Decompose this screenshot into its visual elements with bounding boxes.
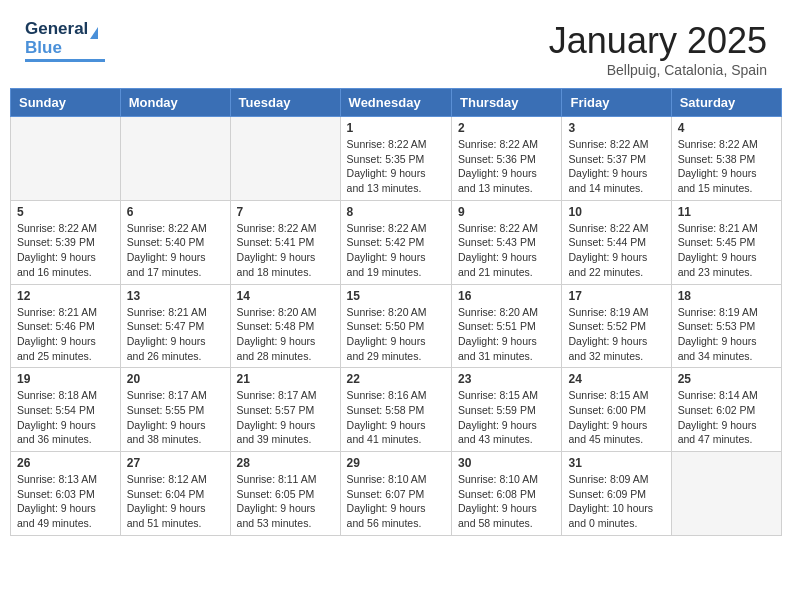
day-info-26: Sunrise: 8:13 AMSunset: 6:03 PMDaylight:… xyxy=(17,472,114,531)
day-cell-27: 27Sunrise: 8:12 AMSunset: 6:04 PMDayligh… xyxy=(120,452,230,536)
empty-cell xyxy=(671,452,781,536)
location-subtitle: Bellpuig, Catalonia, Spain xyxy=(549,62,767,78)
day-info-11: Sunrise: 8:21 AMSunset: 5:45 PMDaylight:… xyxy=(678,221,775,280)
day-info-4: Sunrise: 8:22 AMSunset: 5:38 PMDaylight:… xyxy=(678,137,775,196)
day-number-3: 3 xyxy=(568,121,664,135)
day-cell-24: 24Sunrise: 8:15 AMSunset: 6:00 PMDayligh… xyxy=(562,368,671,452)
day-info-29: Sunrise: 8:10 AMSunset: 6:07 PMDaylight:… xyxy=(347,472,445,531)
day-number-12: 12 xyxy=(17,289,114,303)
day-info-22: Sunrise: 8:16 AMSunset: 5:58 PMDaylight:… xyxy=(347,388,445,447)
day-number-5: 5 xyxy=(17,205,114,219)
day-cell-30: 30Sunrise: 8:10 AMSunset: 6:08 PMDayligh… xyxy=(452,452,562,536)
title-block: January 2025 Bellpuig, Catalonia, Spain xyxy=(549,20,767,78)
day-number-26: 26 xyxy=(17,456,114,470)
day-number-14: 14 xyxy=(237,289,334,303)
month-title: January 2025 xyxy=(549,20,767,62)
day-number-10: 10 xyxy=(568,205,664,219)
day-cell-19: 19Sunrise: 8:18 AMSunset: 5:54 PMDayligh… xyxy=(11,368,121,452)
day-number-11: 11 xyxy=(678,205,775,219)
day-info-10: Sunrise: 8:22 AMSunset: 5:44 PMDaylight:… xyxy=(568,221,664,280)
day-cell-10: 10Sunrise: 8:22 AMSunset: 5:44 PMDayligh… xyxy=(562,200,671,284)
empty-cell xyxy=(11,117,121,201)
day-cell-26: 26Sunrise: 8:13 AMSunset: 6:03 PMDayligh… xyxy=(11,452,121,536)
day-info-20: Sunrise: 8:17 AMSunset: 5:55 PMDaylight:… xyxy=(127,388,224,447)
day-info-2: Sunrise: 8:22 AMSunset: 5:36 PMDaylight:… xyxy=(458,137,555,196)
day-number-18: 18 xyxy=(678,289,775,303)
day-number-17: 17 xyxy=(568,289,664,303)
empty-cell xyxy=(230,117,340,201)
week-row-1: 1Sunrise: 8:22 AMSunset: 5:35 PMDaylight… xyxy=(11,117,782,201)
day-info-30: Sunrise: 8:10 AMSunset: 6:08 PMDaylight:… xyxy=(458,472,555,531)
day-cell-5: 5Sunrise: 8:22 AMSunset: 5:39 PMDaylight… xyxy=(11,200,121,284)
day-number-28: 28 xyxy=(237,456,334,470)
logo-blue-text: Blue xyxy=(25,39,105,58)
day-cell-18: 18Sunrise: 8:19 AMSunset: 5:53 PMDayligh… xyxy=(671,284,781,368)
weekday-header-friday: Friday xyxy=(562,89,671,117)
day-number-20: 20 xyxy=(127,372,224,386)
weekday-header-thursday: Thursday xyxy=(452,89,562,117)
day-cell-20: 20Sunrise: 8:17 AMSunset: 5:55 PMDayligh… xyxy=(120,368,230,452)
day-info-24: Sunrise: 8:15 AMSunset: 6:00 PMDaylight:… xyxy=(568,388,664,447)
weekday-header-monday: Monday xyxy=(120,89,230,117)
day-number-6: 6 xyxy=(127,205,224,219)
day-number-8: 8 xyxy=(347,205,445,219)
day-info-19: Sunrise: 8:18 AMSunset: 5:54 PMDaylight:… xyxy=(17,388,114,447)
day-cell-14: 14Sunrise: 8:20 AMSunset: 5:48 PMDayligh… xyxy=(230,284,340,368)
day-info-8: Sunrise: 8:22 AMSunset: 5:42 PMDaylight:… xyxy=(347,221,445,280)
logo: General Blue xyxy=(25,20,105,65)
day-number-22: 22 xyxy=(347,372,445,386)
day-info-1: Sunrise: 8:22 AMSunset: 5:35 PMDaylight:… xyxy=(347,137,445,196)
day-info-12: Sunrise: 8:21 AMSunset: 5:46 PMDaylight:… xyxy=(17,305,114,364)
day-number-27: 27 xyxy=(127,456,224,470)
day-cell-9: 9Sunrise: 8:22 AMSunset: 5:43 PMDaylight… xyxy=(452,200,562,284)
weekday-header-sunday: Sunday xyxy=(11,89,121,117)
day-cell-17: 17Sunrise: 8:19 AMSunset: 5:52 PMDayligh… xyxy=(562,284,671,368)
weekday-header-wednesday: Wednesday xyxy=(340,89,451,117)
day-number-4: 4 xyxy=(678,121,775,135)
day-cell-3: 3Sunrise: 8:22 AMSunset: 5:37 PMDaylight… xyxy=(562,117,671,201)
day-cell-2: 2Sunrise: 8:22 AMSunset: 5:36 PMDaylight… xyxy=(452,117,562,201)
page-header: General Blue January 2025 Bellpuig, Cata… xyxy=(10,10,782,83)
weekday-header-tuesday: Tuesday xyxy=(230,89,340,117)
day-cell-6: 6Sunrise: 8:22 AMSunset: 5:40 PMDaylight… xyxy=(120,200,230,284)
day-cell-12: 12Sunrise: 8:21 AMSunset: 5:46 PMDayligh… xyxy=(11,284,121,368)
week-row-5: 26Sunrise: 8:13 AMSunset: 6:03 PMDayligh… xyxy=(11,452,782,536)
day-info-17: Sunrise: 8:19 AMSunset: 5:52 PMDaylight:… xyxy=(568,305,664,364)
day-info-7: Sunrise: 8:22 AMSunset: 5:41 PMDaylight:… xyxy=(237,221,334,280)
day-info-9: Sunrise: 8:22 AMSunset: 5:43 PMDaylight:… xyxy=(458,221,555,280)
day-number-16: 16 xyxy=(458,289,555,303)
day-cell-25: 25Sunrise: 8:14 AMSunset: 6:02 PMDayligh… xyxy=(671,368,781,452)
day-cell-15: 15Sunrise: 8:20 AMSunset: 5:50 PMDayligh… xyxy=(340,284,451,368)
day-number-29: 29 xyxy=(347,456,445,470)
week-row-3: 12Sunrise: 8:21 AMSunset: 5:46 PMDayligh… xyxy=(11,284,782,368)
week-row-2: 5Sunrise: 8:22 AMSunset: 5:39 PMDaylight… xyxy=(11,200,782,284)
day-cell-23: 23Sunrise: 8:15 AMSunset: 5:59 PMDayligh… xyxy=(452,368,562,452)
day-cell-8: 8Sunrise: 8:22 AMSunset: 5:42 PMDaylight… xyxy=(340,200,451,284)
day-info-21: Sunrise: 8:17 AMSunset: 5:57 PMDaylight:… xyxy=(237,388,334,447)
day-number-31: 31 xyxy=(568,456,664,470)
day-cell-28: 28Sunrise: 8:11 AMSunset: 6:05 PMDayligh… xyxy=(230,452,340,536)
day-info-15: Sunrise: 8:20 AMSunset: 5:50 PMDaylight:… xyxy=(347,305,445,364)
logo-triangle-icon xyxy=(90,27,98,39)
day-number-13: 13 xyxy=(127,289,224,303)
day-number-2: 2 xyxy=(458,121,555,135)
day-info-27: Sunrise: 8:12 AMSunset: 6:04 PMDaylight:… xyxy=(127,472,224,531)
day-info-6: Sunrise: 8:22 AMSunset: 5:40 PMDaylight:… xyxy=(127,221,224,280)
day-number-15: 15 xyxy=(347,289,445,303)
day-number-24: 24 xyxy=(568,372,664,386)
day-cell-22: 22Sunrise: 8:16 AMSunset: 5:58 PMDayligh… xyxy=(340,368,451,452)
day-number-19: 19 xyxy=(17,372,114,386)
day-cell-11: 11Sunrise: 8:21 AMSunset: 5:45 PMDayligh… xyxy=(671,200,781,284)
empty-cell xyxy=(120,117,230,201)
day-info-31: Sunrise: 8:09 AMSunset: 6:09 PMDaylight:… xyxy=(568,472,664,531)
day-info-14: Sunrise: 8:20 AMSunset: 5:48 PMDaylight:… xyxy=(237,305,334,364)
day-cell-29: 29Sunrise: 8:10 AMSunset: 6:07 PMDayligh… xyxy=(340,452,451,536)
week-row-4: 19Sunrise: 8:18 AMSunset: 5:54 PMDayligh… xyxy=(11,368,782,452)
day-number-7: 7 xyxy=(237,205,334,219)
day-cell-16: 16Sunrise: 8:20 AMSunset: 5:51 PMDayligh… xyxy=(452,284,562,368)
calendar-table: SundayMondayTuesdayWednesdayThursdayFrid… xyxy=(10,88,782,536)
day-number-30: 30 xyxy=(458,456,555,470)
day-info-23: Sunrise: 8:15 AMSunset: 5:59 PMDaylight:… xyxy=(458,388,555,447)
day-number-23: 23 xyxy=(458,372,555,386)
day-cell-31: 31Sunrise: 8:09 AMSunset: 6:09 PMDayligh… xyxy=(562,452,671,536)
